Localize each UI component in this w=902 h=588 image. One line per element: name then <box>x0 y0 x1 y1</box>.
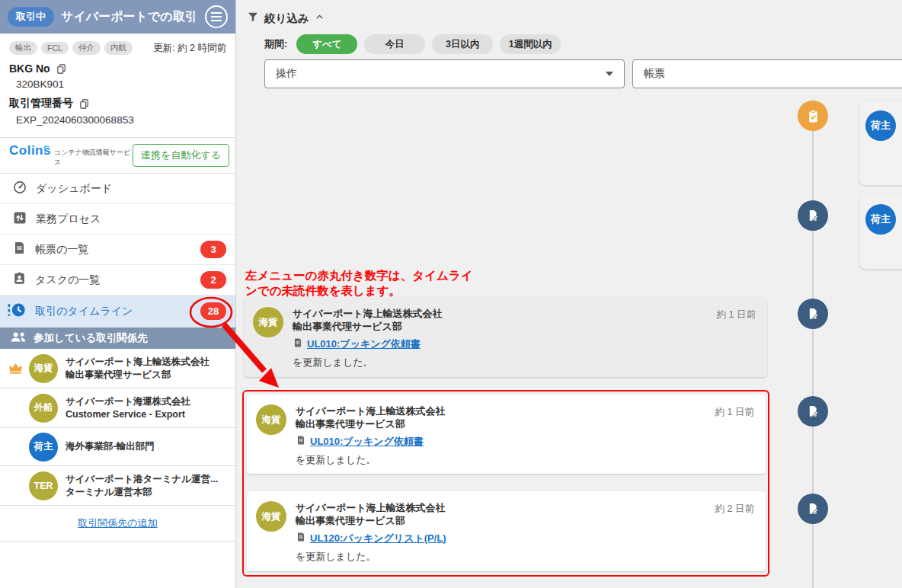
timeline-card-body: サイバーポート海上輸送株式会社 輸出事業代理サービス部 UL010:ブッキング依… <box>296 395 766 475</box>
period-pill-1week[interactable]: 1週間以内 <box>500 34 561 54</box>
card-action-text: を更新しました。 <box>296 550 693 564</box>
sidebar-item-documents[interactable]: 帳票の一覧 3 <box>0 235 235 265</box>
partner-company: サイバーポート海上輸送株式会社 <box>66 356 229 369</box>
trade-tags: 輸出 FCL 仲介 内航 更新: 約 2 時間前 <box>9 41 226 55</box>
partner-row-kaika[interactable]: 海貨 サイバーポート海上輸送株式会社 輸出事業代理サービス部 <box>0 349 235 388</box>
trade-info-panel: 輸出 FCL 仲介 内航 更新: 約 2 時間前 BKG No 320BK901… <box>0 34 235 137</box>
sidebar-item-tasks[interactable]: タスクの一覧 2 <box>0 265 235 296</box>
card-company: サイバーポート海上輸送株式会社 <box>296 501 693 514</box>
card-dept: 輸出事業代理サービス部 <box>296 417 693 430</box>
task-person-icon <box>12 271 27 289</box>
period-pill-all[interactable]: すべて <box>296 34 357 54</box>
add-partner-link[interactable]: 取引関係先の追加 <box>78 517 157 529</box>
card-timestamp: 約 1 日前 <box>717 308 756 321</box>
document-link[interactable]: UL010:ブッキング依頼書 <box>307 337 421 351</box>
sidebar-item-label: ダッシュボード <box>36 182 112 196</box>
sidebar-item-label: 帳票の一覧 <box>35 243 88 257</box>
automate-link-button[interactable]: 連携を自動化する <box>133 144 229 167</box>
sidebar-item-timeline[interactable]: 取引のタイムライン 28 <box>0 296 235 328</box>
timeline-card: 海貨 サイバーポート海上輸送株式会社 輸出事業代理サービス部 UL120:パッキ… <box>247 491 766 571</box>
hamburger-menu-button[interactable] <box>205 5 228 28</box>
card-action-text: を更新しました。 <box>293 356 695 369</box>
copy-icon[interactable] <box>78 98 90 110</box>
timeline-card: 海貨 サイバーポート海上輸送株式会社 輸出事業代理サービス部 UL010:ブッキ… <box>244 297 767 377</box>
crown-icon <box>8 363 23 375</box>
partner-avatar: 荷主 <box>29 433 58 462</box>
clipboard-check-icon <box>798 101 828 131</box>
timeline-card-right: 荷主 <box>859 195 902 269</box>
partner-dept: ターミナル運営本部 <box>66 486 229 499</box>
sidebar-item-label: タスクの一覧 <box>35 273 100 287</box>
operation-dropdown-value: 操作 <box>276 67 297 81</box>
partners-section-header: 参加している取引関係先 <box>0 328 235 349</box>
card-action-text: を更新しました。 <box>296 453 693 467</box>
shipper-avatar: 荷主 <box>865 204 896 235</box>
document-link[interactable]: UL010:ブッキング依頼書 <box>310 435 424 449</box>
document-link[interactable]: UL120:パッキングリスト(P/L) <box>310 532 446 545</box>
document-dropdown[interactable]: 帳票 <box>632 59 902 88</box>
sidebar: 取引中 サイバーポートでの取引 輸出 FCL 仲介 内航 更新: 約 2 時間前… <box>0 0 236 588</box>
card-link-row: UL120:パッキングリスト(P/L) <box>296 532 693 545</box>
timeline-card: 海貨 サイバーポート海上輸送株式会社 輸出事業代理サービス部 UL010:ブッキ… <box>247 395 766 474</box>
trade-no-value: EXP_2024060300068853 <box>16 114 226 126</box>
add-partner-row: 取引関係先の追加 <box>0 506 235 542</box>
document-icon <box>296 532 306 545</box>
card-company: サイバーポート海上輸送株式会社 <box>296 404 693 417</box>
partner-row-terminal[interactable]: TER サイバーポート港ターミナル運営... ターミナル運営本部 <box>0 466 235 506</box>
card-timestamp: 約 1 日前 <box>715 406 754 419</box>
card-dept: 輸出事業代理サービス部 <box>293 320 695 333</box>
copy-icon[interactable] <box>56 63 67 75</box>
filter-title-label: 絞り込み <box>264 11 309 26</box>
period-filter-row: 期間: すべて 今日 3日以内 1週間以内 <box>264 34 561 54</box>
sidebar-item-label: 取引のタイムライン <box>35 305 133 318</box>
card-timestamp: 約 2 日前 <box>715 503 754 516</box>
colins-caption: コンテナ物流情報サービス <box>54 148 133 168</box>
annotation-note: 左メニューの赤丸付き数字は、タイムライ ンでの未読件数を表します。 <box>245 268 473 299</box>
partner-row-gaisen[interactable]: 外船 サイバーポート海運株式会社 Customer Service - Expo… <box>0 388 235 428</box>
forwarder-avatar: 海貨 <box>256 501 286 532</box>
sidebar-header: 取引中 サイバーポートでの取引 <box>0 0 235 34</box>
unread-badge: 2 <box>200 271 226 289</box>
partner-company: サイバーポート港ターミナル運営... <box>66 473 229 486</box>
document-edit-icon <box>798 494 828 524</box>
dashboard-gauge-icon <box>12 180 27 198</box>
tag-broker: 仲介 <box>72 41 101 55</box>
colins-banner: Colins コンテナ物流情報サービス 連携を自動化する <box>0 137 235 174</box>
unread-badge: 3 <box>200 241 226 258</box>
shipper-avatar: 荷主 <box>865 110 896 141</box>
partner-avatar: 外船 <box>29 394 58 423</box>
annotation-line1: 左メニューの赤丸付き数字は、タイムライ <box>245 268 473 283</box>
document-icon <box>293 337 303 351</box>
unread-badge: 28 <box>200 302 226 320</box>
timeline-clock-icon <box>6 302 27 321</box>
period-pill-today[interactable]: 今日 <box>364 34 425 54</box>
main-content: 絞り込み 期間: すべて 今日 3日以内 1週間以内 操作 帳票 <box>236 0 902 588</box>
filter-toggle[interactable]: 絞り込み <box>247 11 325 26</box>
timeline-card-right: 荷主 <box>859 101 902 185</box>
document-icon <box>12 241 27 258</box>
forwarder-avatar: 海貨 <box>253 307 283 337</box>
operation-dropdown[interactable]: 操作 <box>264 59 625 88</box>
partner-row-ninushi[interactable]: 荷主 海外事業部-輸出部門 <box>0 428 235 466</box>
document-dropdown-value: 帳票 <box>644 67 665 81</box>
process-arrows-icon <box>12 210 27 228</box>
bkg-no-label: BKG No <box>9 62 50 75</box>
period-pill-3days[interactable]: 3日以内 <box>432 34 493 54</box>
filter-funnel-icon <box>247 11 259 26</box>
signal-icon <box>43 139 51 153</box>
partner-company: サイバーポート海運株式会社 <box>66 395 229 408</box>
sidebar-item-process[interactable]: 業務プロセス <box>0 204 235 235</box>
chevron-down-icon <box>606 72 613 76</box>
chevron-up-icon <box>315 11 325 25</box>
annotation-line2: ンでの未読件数を表します。 <box>245 283 473 299</box>
partner-dept: Customer Service - Export <box>66 408 229 421</box>
bkg-no-label-row: BKG No <box>9 62 226 75</box>
document-edit-icon <box>798 200 828 231</box>
page-title: サイバーポートでの取引 <box>61 9 198 25</box>
hamburger-icon <box>211 12 222 14</box>
bkg-no-value: 320BK901 <box>16 78 226 90</box>
sidebar-item-dashboard[interactable]: ダッシュボード <box>0 174 235 204</box>
status-badge: 取引中 <box>8 7 54 27</box>
period-label: 期間: <box>264 37 287 51</box>
timeline-card-body: サイバーポート海上輸送株式会社 輸出事業代理サービス部 UL010:ブッキング依… <box>293 297 767 377</box>
